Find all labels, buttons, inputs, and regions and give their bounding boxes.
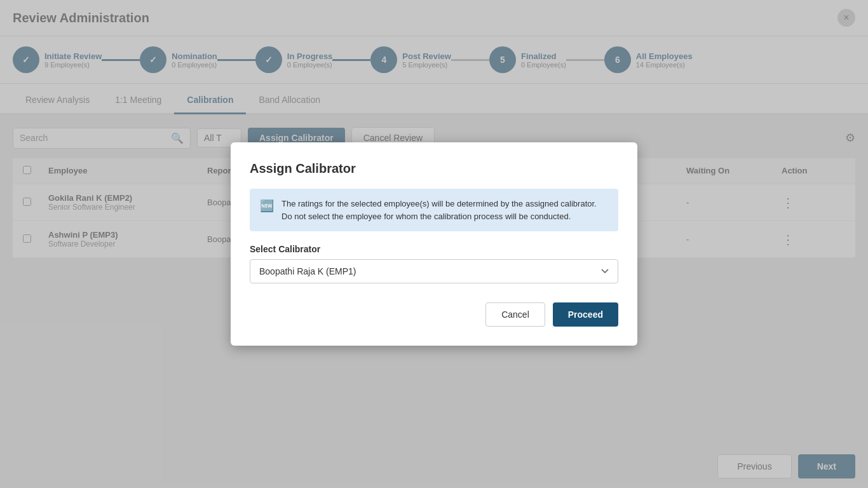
dialog-title: Assign Calibrator (250, 161, 618, 176)
dialog-proceed-button[interactable]: Proceed (553, 302, 618, 327)
modal-overlay: Assign Calibrator 🆕 The ratings for the … (0, 0, 868, 488)
calibrator-select-dropdown[interactable]: Boopathi Raja K (EMP1) (250, 259, 618, 283)
dialog-info-text: The ratings for the selected employee(s)… (281, 198, 608, 222)
dialog-cancel-button[interactable]: Cancel (485, 302, 545, 327)
app-container: Review Administration × ✓ Initiate Revie… (0, 0, 868, 488)
info-icon: 🆕 (260, 199, 274, 213)
select-calibrator-label: Select Calibrator (250, 244, 618, 254)
dialog-actions: Cancel Proceed (250, 302, 618, 327)
assign-calibrator-dialog: Assign Calibrator 🆕 The ratings for the … (231, 142, 637, 346)
dialog-info-box: 🆕 The ratings for the selected employee(… (250, 189, 618, 231)
